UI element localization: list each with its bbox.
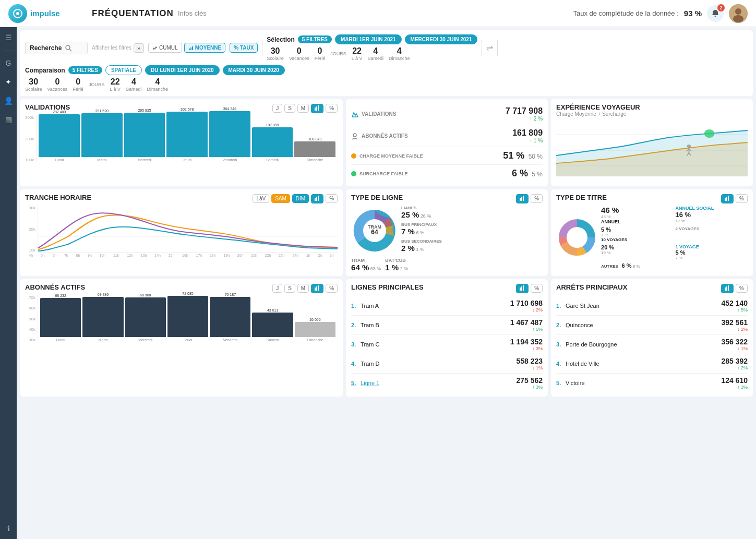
charge-dot (351, 153, 356, 159)
validations-toolbar: J S M % (272, 104, 338, 113)
vacances2-stat: 0Vacances (47, 77, 68, 92)
arret-item-2: 2.Quinconce 392 561↓ 2% (556, 316, 748, 335)
filter-divider-3 (497, 40, 498, 56)
exp-chart-svg (556, 119, 748, 176)
comp-date2-chip[interactable]: MARDI 30 JUIN 2020 (223, 65, 285, 75)
comp-spatiale-chip[interactable]: SPATIALE (105, 65, 142, 75)
filter-bar: Recherche Afficher les filtres » CUMUL M… (20, 30, 753, 96)
tab-lav-btn[interactable]: LàV (253, 194, 269, 203)
svg-rect-11 (316, 106, 317, 111)
tranche-bar-icon[interactable] (311, 194, 323, 203)
lignes-list: 1.Tram A 1 710 698↓ 2% 2.Tram B 1 467 48… (351, 296, 543, 392)
abonnes-bar-icon[interactable] (311, 284, 323, 293)
list-item-1: 1.Tram A 1 710 698↓ 2% (351, 296, 543, 316)
moyenne-button[interactable]: MOYENNE (184, 43, 226, 53)
svg-rect-48 (728, 285, 729, 291)
tranche-x-labels: 4h5h6h7h8h9h10h11h12h13h14h15h16h17h18h1… (25, 254, 338, 257)
lignes-pct-icon[interactable]: % (531, 284, 543, 293)
completude-value: 93 % (684, 9, 702, 18)
svg-rect-12 (318, 105, 319, 111)
comp-filter-badge: 5 FILTRES (68, 66, 102, 74)
kpi-validations: VALIDATIONS 7 717 908 ↑ 2 % (351, 103, 543, 125)
logo-text: impulse (30, 9, 60, 18)
jours2-label: JOURS (89, 82, 105, 87)
abonnes-tab-j[interactable]: J (272, 284, 282, 293)
exp-chart-area (556, 119, 748, 176)
abonnes-bar-samedi: 43 011 Samedi (252, 308, 293, 342)
type-ligne-title: TYPE DE LIGNE (351, 194, 403, 201)
svg-rect-27 (318, 196, 319, 201)
abonnes-pct-icon[interactable]: % (326, 284, 338, 293)
tab-sam-btn[interactable]: SAM (271, 194, 290, 203)
date1-chip[interactable]: MARDI 1ER JUIN 2021 (335, 34, 402, 44)
svg-point-4 (733, 15, 743, 22)
type-ligne-legend: LIANES 25 % 26 % BUS PRINCIPAUX 7 % 6 % … (401, 206, 543, 256)
tranche-toolbar: LàV SAM DIM % (253, 194, 338, 203)
arrets-title: ARRÊTS PRINCIPAUX (556, 283, 627, 291)
view-toggle: CUMUL MOYENNE (148, 43, 225, 53)
sidebar-list-icon[interactable]: ▦ (2, 113, 15, 126)
taux-button[interactable]: % TAUX (230, 43, 258, 53)
surcharge-dot (351, 171, 356, 176)
y-axis-validations: 300k200k100k (25, 115, 35, 162)
filtres-expand-btn[interactable]: » (134, 43, 144, 53)
svg-point-39 (567, 227, 587, 248)
svg-line-6 (69, 49, 71, 51)
date2-chip[interactable]: MERCREDI 30 JUIN 2021 (405, 34, 478, 44)
afficher-filtres: Afficher les filtres » (92, 43, 144, 53)
tranche-pct-icon[interactable]: % (326, 194, 338, 203)
validations-pct-icon[interactable]: % (326, 104, 338, 113)
abonnes-actifs-card: ABONNÉS ACTIFS J S M % 70k60k50k40k30k (20, 279, 343, 397)
bar-vendredi: 304 346 Vendredi (209, 107, 250, 162)
search-icon[interactable] (65, 44, 72, 52)
tab-j-btn[interactable]: J (272, 104, 282, 113)
taux-button-area: % TAUX (230, 43, 258, 53)
validations-bar-icon[interactable] (311, 104, 323, 113)
tab-m-btn[interactable]: M (297, 104, 309, 113)
arret-item-1: 1.Gare St Jean 452 140↑ 5% (556, 296, 748, 316)
bar-mardi: 291 520 Mardi (81, 109, 123, 162)
avatar[interactable] (729, 4, 748, 23)
svg-rect-8 (190, 47, 191, 50)
arrets-principaux-card: ARRÊTS PRINCIPAUX % 1.Gare St Jean 452 1… (551, 279, 753, 397)
type-ligne-bar-icon[interactable] (516, 194, 529, 203)
arrets-toolbar: % (721, 284, 748, 293)
logo-area: impulse (8, 4, 81, 23)
type-titre-pct-icon[interactable]: % (736, 194, 748, 203)
sidebar-menu-icon[interactable]: ☰ (2, 31, 15, 44)
abonnes-tab-s[interactable]: S (284, 284, 295, 293)
kpi-abonnes: ABONNÉS ACTIFS 161 809 ↑ 1 % (351, 125, 543, 147)
svg-rect-47 (726, 286, 727, 291)
list-item-2: 2.Tram B 1 467 487↑ 5% (351, 316, 543, 335)
abonnes-title: ABONNÉS ACTIFS (25, 283, 85, 291)
ferie2-stat: 0Férié (73, 77, 83, 92)
svg-marker-13 (352, 113, 358, 117)
type-titre-card: TYPE DE TITRE % (551, 189, 753, 276)
list-item-5: 5.Ligne 1 275 562↑ 3% (351, 374, 543, 392)
svg-rect-30 (520, 198, 521, 201)
comp-date1-chip[interactable]: DU LUNDI 1ER JUIN 2020 (145, 65, 220, 75)
type-ligne-pct-icon[interactable]: % (531, 194, 543, 203)
tranche-y-labels: 30k20k10k (25, 206, 37, 253)
type-ligne-pie: TRAM 64 (351, 207, 398, 254)
type-titre-bar-icon[interactable] (721, 194, 734, 203)
lignes-bar-icon[interactable] (516, 284, 529, 293)
swap-button[interactable]: ⇌ (486, 43, 493, 53)
tab-s-btn[interactable]: S (284, 104, 295, 113)
bar-samedi: 197 099 Samedi (252, 123, 293, 162)
comparaison-section: Comparaison 5 FILTRES SPATIALE DU LUNDI … (25, 65, 285, 92)
sidebar-info-icon[interactable]: ℹ (2, 522, 15, 535)
abonnes-bar-dimanche: 26 056 Dimanche (295, 318, 335, 342)
validations-bars: 287 403 Lundi 291 520 Mardi 295 825 (36, 115, 338, 162)
abonnes-tab-m[interactable]: M (297, 284, 309, 293)
sidebar-home-icon[interactable]: G (2, 57, 15, 69)
svg-text:64: 64 (371, 229, 378, 236)
arrets-bar-icon[interactable] (721, 284, 734, 293)
sidebar-user-icon[interactable]: 👤 (2, 94, 15, 107)
cumul-button[interactable]: CUMUL (148, 43, 182, 53)
tab-dim-btn[interactable]: DIM (292, 194, 309, 203)
dimanche1-stat: 4Dimanche (389, 46, 410, 61)
sidebar-chart-icon[interactable]: ✦ (2, 76, 15, 88)
notification-button[interactable]: 2 (707, 5, 724, 22)
arrets-pct-icon[interactable]: % (736, 284, 748, 293)
